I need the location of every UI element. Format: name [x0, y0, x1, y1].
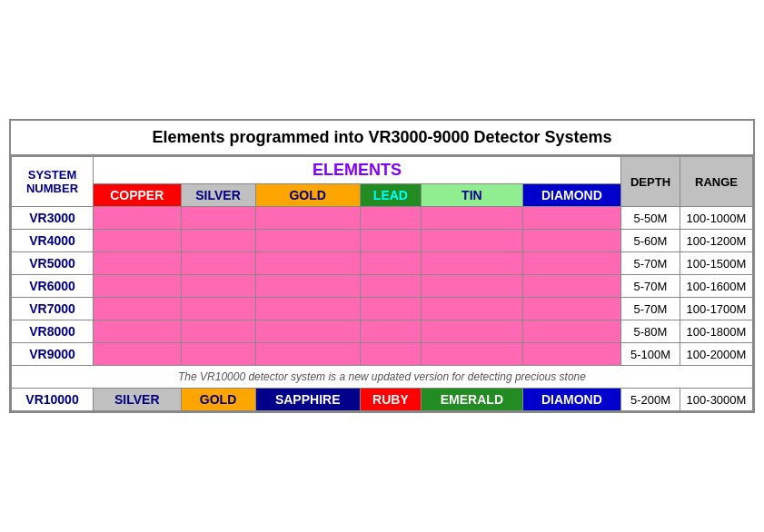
system-label: VR4000 — [12, 230, 94, 252]
depth-cell: 5-50M — [621, 207, 680, 230]
system-number-header: SYSTEM NUMBER — [12, 157, 94, 207]
vr10000-elem6: DIAMOND — [522, 389, 620, 411]
vr10000-range: 100-3000M — [680, 389, 753, 411]
main-title: Elements programmed into VR3000-9000 Det… — [11, 121, 753, 156]
tin-cell — [422, 320, 523, 343]
range-cell: 100-2000M — [680, 343, 753, 366]
depth-header: DEPTH — [621, 157, 680, 207]
copper-cell — [94, 343, 182, 366]
range-cell: 100-1700M — [680, 298, 753, 320]
lead-cell — [360, 207, 421, 230]
vr10000-elem2: GOLD — [181, 389, 255, 411]
table-row: VR5000 5-70M 100-1500M — [12, 252, 753, 275]
diamond-cell — [522, 298, 620, 320]
silver-cell — [181, 252, 255, 275]
range-header: RANGE — [680, 157, 753, 207]
table-row: VR3000 5-50M 100-1000M — [12, 207, 753, 230]
copper-cell — [94, 230, 182, 252]
gold-cell — [255, 275, 360, 298]
diamond-cell — [522, 275, 620, 298]
tin-cell — [422, 252, 523, 275]
range-cell: 100-1200M — [680, 230, 753, 252]
lead-cell — [360, 230, 421, 252]
gold-cell — [255, 298, 360, 320]
tin-cell — [422, 343, 523, 366]
diamond-cell — [522, 343, 620, 366]
range-cell: 100-1800M — [680, 320, 753, 343]
gold-cell — [255, 230, 360, 252]
diamond-cell — [522, 230, 620, 252]
gold-cell — [255, 252, 360, 275]
diamond-cell — [522, 207, 620, 230]
note-row: The VR10000 detector system is a new upd… — [12, 366, 753, 389]
gold-cell — [255, 320, 360, 343]
gold-header: GOLD — [255, 184, 360, 207]
diamond-cell — [522, 320, 620, 343]
copper-cell — [94, 207, 182, 230]
tin-cell — [422, 207, 523, 230]
system-label: VR8000 — [12, 320, 94, 343]
depth-cell: 5-70M — [621, 252, 680, 275]
table-row: VR6000 5-70M 100-1600M — [12, 275, 753, 298]
copper-cell — [94, 252, 182, 275]
lead-cell — [360, 275, 421, 298]
copper-cell — [94, 275, 182, 298]
silver-cell — [181, 298, 255, 320]
silver-cell — [181, 207, 255, 230]
depth-cell: 5-100M — [621, 343, 680, 366]
gold-cell — [255, 207, 360, 230]
system-label: VR9000 — [12, 343, 94, 366]
vr10000-elem3: SAPPHIRE — [255, 389, 360, 411]
silver-cell — [181, 275, 255, 298]
tin-cell — [422, 275, 523, 298]
range-cell: 100-1000M — [680, 207, 753, 230]
system-label: VR3000 — [12, 207, 94, 230]
lead-cell — [360, 298, 421, 320]
range-cell: 100-1600M — [680, 275, 753, 298]
table-row: VR4000 5-60M 100-1200M — [12, 230, 753, 252]
note-text: The VR10000 detector system is a new upd… — [12, 366, 753, 389]
vr10000-elem5: EMERALD — [422, 389, 523, 411]
silver-header: SILVER — [181, 184, 255, 207]
tin-header: TIN — [422, 184, 523, 207]
lead-header: LEAD — [360, 184, 421, 207]
table-row: VR7000 5-70M 100-1700M — [12, 298, 753, 320]
system-label: VR7000 — [12, 298, 94, 320]
depth-cell: 5-80M — [621, 320, 680, 343]
diamond-header: DIAMOND — [522, 184, 620, 207]
table-row: VR9000 5-100M 100-2000M — [12, 343, 753, 366]
depth-cell: 5-70M — [621, 298, 680, 320]
copper-header: COPPER — [94, 184, 182, 207]
silver-cell — [181, 320, 255, 343]
depth-cell: 5-60M — [621, 230, 680, 252]
elements-header: ELEMENTS — [94, 157, 621, 184]
copper-cell — [94, 298, 182, 320]
tin-cell — [422, 230, 523, 252]
main-container: Elements programmed into VR3000-9000 Det… — [9, 119, 755, 413]
tin-cell — [422, 298, 523, 320]
system-label: VR5000 — [12, 252, 94, 275]
lead-cell — [360, 343, 421, 366]
range-cell: 100-1500M — [680, 252, 753, 275]
lead-cell — [360, 252, 421, 275]
lead-cell — [360, 320, 421, 343]
system-label: VR6000 — [12, 275, 94, 298]
vr10000-row: VR10000 SILVER GOLD SAPPHIRE RUBY EMERAL… — [12, 389, 753, 411]
vr10000-elem1: SILVER — [94, 389, 182, 411]
gold-cell — [255, 343, 360, 366]
silver-cell — [181, 343, 255, 366]
silver-cell — [181, 230, 255, 252]
depth-cell: 5-70M — [621, 275, 680, 298]
vr10000-label: VR10000 — [12, 389, 94, 411]
diamond-cell — [522, 252, 620, 275]
vr10000-elem4: RUBY — [360, 389, 421, 411]
table-row: VR8000 5-80M 100-1800M — [12, 320, 753, 343]
vr10000-depth: 5-200M — [621, 389, 680, 411]
copper-cell — [94, 320, 182, 343]
